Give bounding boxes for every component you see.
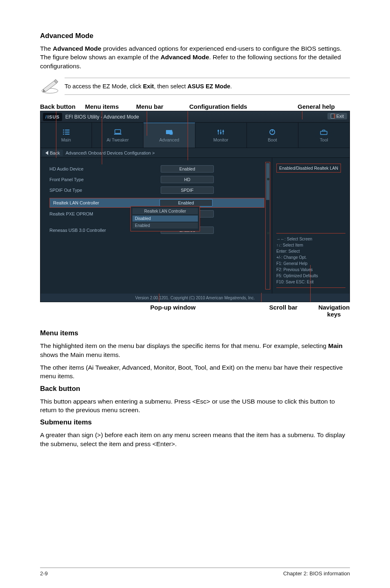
tab-advanced[interactable]: Advanced xyxy=(143,123,195,148)
config-value[interactable]: Enabled xyxy=(161,165,214,173)
guide-line xyxy=(147,111,147,136)
config-label: Realtek LAN Controller xyxy=(53,200,159,205)
guide-line xyxy=(261,293,262,302)
sliders-icon xyxy=(216,128,225,136)
heading-submenu-items: Submenu items xyxy=(40,418,350,426)
help-head: Enabled/Disabled Realtek LAN xyxy=(276,164,341,173)
text-bold: ASUS EZ Mode xyxy=(188,83,231,90)
popup-option[interactable]: Enabled xyxy=(132,222,198,229)
tab-label: Ai Tweaker xyxy=(107,137,129,142)
popup-window[interactable]: Realtek LAN Controller Disabled Enabled xyxy=(130,206,200,231)
callout-navigation-keys: Navigation keys xyxy=(318,304,350,318)
callout-menu-bar: Menu bar xyxy=(136,103,189,110)
svg-rect-10 xyxy=(115,130,121,133)
svg-point-16 xyxy=(222,130,224,132)
config-row-hd-audio[interactable]: HD Audio Device Enabled xyxy=(49,164,264,174)
config-label: HD Audio Device xyxy=(49,166,156,171)
heading-back-button: Back button xyxy=(40,385,350,393)
nav-key-line: →←: Select Screen xyxy=(276,236,345,242)
breadcrumb-path: Advanced\ Onboard Devices Configuration … xyxy=(65,150,155,155)
guide-line xyxy=(302,111,303,119)
exit-button[interactable]: Exit xyxy=(327,113,347,119)
guide-line xyxy=(188,111,188,160)
nav-key-line: Enter: Select xyxy=(276,248,345,254)
paragraph-back-button: This button appears when entering a subm… xyxy=(40,397,350,415)
text: The xyxy=(40,45,53,52)
power-icon xyxy=(268,128,277,136)
callout-labels-top: Back button Menu items Menu bar Configur… xyxy=(40,103,350,110)
nav-key-line: +/-: Change Opt. xyxy=(276,254,345,260)
list-icon xyxy=(62,128,71,136)
note-text: To access the EZ Mode, click Exit, then … xyxy=(65,78,350,95)
callout-back-button: Back button xyxy=(40,103,85,110)
svg-rect-11 xyxy=(114,134,121,135)
paragraph-submenu: A greater than sign (>) before each item… xyxy=(40,431,350,448)
exit-label: Exit xyxy=(336,114,344,119)
chip-lock-icon xyxy=(165,128,174,136)
nav-key-line: F1: General Help xyxy=(276,260,345,267)
back-arrow-icon xyxy=(45,151,48,155)
nav-key-line: F2: Previous Values xyxy=(276,267,345,273)
callout-labels-bottom: Pop-up window Scroll bar Navigation keys xyxy=(40,304,350,318)
tab-boot[interactable]: Boot xyxy=(247,123,298,148)
bios-config-list: HD Audio Device Enabled Front Panel Type… xyxy=(40,158,272,294)
text-bold: Main xyxy=(328,342,343,349)
svg-rect-6 xyxy=(63,132,64,132)
version-text: Version 2.00.1201. Copyright (C) 2010 Am… xyxy=(135,296,255,300)
svg-rect-19 xyxy=(321,131,327,135)
config-label: SPDIF Out Type xyxy=(49,188,156,193)
popup-option[interactable]: Disabled xyxy=(132,215,198,222)
guide-line xyxy=(159,294,159,302)
paragraph-advanced-intro: The Advanced Mode provides advanced opti… xyxy=(40,44,350,70)
back-button[interactable]: Back xyxy=(42,150,63,156)
scroll-thumb[interactable] xyxy=(266,163,269,200)
text: . xyxy=(230,83,232,90)
svg-rect-8 xyxy=(63,134,64,135)
callout-menu-items: Menu items xyxy=(85,103,136,110)
heading-advanced-mode: Advanced Mode xyxy=(40,32,350,40)
tab-label: Main xyxy=(61,137,71,142)
paragraph-menu-items-1: The highlighted item on the menu bar dis… xyxy=(40,341,350,359)
svg-marker-1 xyxy=(43,81,56,92)
tab-monitor[interactable]: Monitor xyxy=(195,123,247,148)
config-label: Front Panel Type xyxy=(49,177,156,182)
svg-rect-4 xyxy=(63,130,64,130)
bios-title-bar: /ISUS EFI BIOS Utility - Advanced Mode E… xyxy=(40,111,350,123)
popup-title: Realtek LAN Controller xyxy=(132,208,198,214)
guide-line xyxy=(56,111,56,158)
tab-tool[interactable]: Tool xyxy=(298,123,350,148)
pencil-icon xyxy=(40,77,65,96)
text-bold: Advanced Mode xyxy=(53,45,101,52)
exit-door-icon xyxy=(331,114,335,119)
text-bold: Exit xyxy=(143,83,154,90)
config-value[interactable]: SPDIF xyxy=(161,186,214,194)
nav-key-line: F10: Save ESC: Exit xyxy=(276,279,345,285)
svg-rect-7 xyxy=(65,132,69,132)
navigation-keys: →←: Select Screen ↑↓: Select Item Enter:… xyxy=(276,233,345,288)
svg-rect-5 xyxy=(65,130,69,130)
callout-scroll-bar: Scroll bar xyxy=(249,304,318,318)
version-bar: Version 2.00.1201. Copyright (C) 2010 Am… xyxy=(40,294,350,302)
config-row-spdif[interactable]: SPDIF Out Type SPDIF xyxy=(49,185,264,195)
text: The highlighted item on the menu bar dis… xyxy=(40,342,328,349)
nav-key-line: F5: Optimized Defaults xyxy=(276,273,345,279)
svg-point-14 xyxy=(217,130,219,132)
config-value[interactable]: Enabled xyxy=(159,199,213,206)
bios-help-pane: Enabled/Disabled Realtek LAN →←: Select … xyxy=(272,158,350,294)
guide-line xyxy=(310,265,311,302)
tab-label: Boot xyxy=(268,137,277,142)
scroll-bar[interactable] xyxy=(265,162,270,290)
breadcrumb: Back Advanced\ Onboard Devices Configura… xyxy=(40,148,350,158)
svg-rect-9 xyxy=(65,134,69,135)
tab-main[interactable]: Main xyxy=(40,123,92,148)
nav-key-line: ↑↓: Select Item xyxy=(276,242,345,248)
paragraph-menu-items-2: The other items (Ai Tweaker, Advanced, M… xyxy=(40,363,350,381)
config-row-front-panel[interactable]: Front Panel Type HD xyxy=(49,174,264,185)
callout-config-fields: Configuration fields xyxy=(189,103,282,110)
tab-ai-tweaker[interactable]: Ai Tweaker xyxy=(92,123,143,148)
text: To access the EZ Mode, click xyxy=(65,83,143,90)
asus-logo: /ISUS xyxy=(43,113,62,121)
config-value[interactable]: HD xyxy=(161,176,214,183)
back-label: Back xyxy=(50,150,60,155)
text-bold: Advanced Mode xyxy=(161,54,209,61)
